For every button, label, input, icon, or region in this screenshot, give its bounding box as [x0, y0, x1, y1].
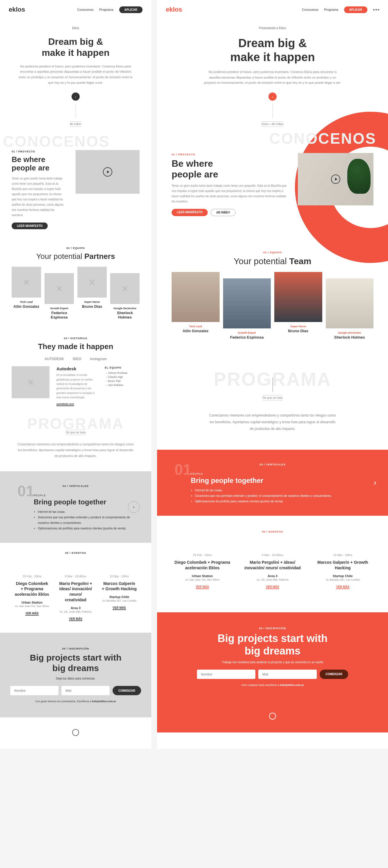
- section-title: Be wherepeople are: [12, 155, 67, 173]
- hero-bracket: Presentando a Eklos: [256, 25, 289, 31]
- event-card: 25 Feb - 19hrs Diego Colombek + Programa…: [172, 554, 233, 589]
- list-item: Chacha Inge: [105, 375, 140, 379]
- section-title: Your potential Partners: [12, 252, 140, 261]
- mail-input[interactable]: [61, 686, 110, 695]
- section-eyebrow: 01 / PROYECTO: [12, 150, 67, 153]
- team-card: ✕Super HeroeBruno Dias: [77, 267, 107, 319]
- brand-logo: IDEO: [73, 357, 81, 361]
- list-item: Johnny Rockstar: [105, 371, 140, 375]
- section-title: Your potential Team: [172, 256, 374, 266]
- story-image: ✕: [12, 366, 50, 398]
- next-arrow[interactable]: ›: [374, 478, 376, 487]
- vertical-number: 01: [174, 461, 191, 478]
- form-subtitle: Trabaja con nosotros para acelerar tu pr…: [174, 660, 370, 664]
- story-title: Autodesk: [57, 366, 98, 371]
- play-icon: [331, 175, 340, 184]
- video-placeholder[interactable]: [76, 150, 140, 194]
- apply-button[interactable]: APLICAR: [344, 6, 367, 13]
- watermark-conocenos: CONOCENOS: [269, 130, 376, 147]
- watermark-conocenos: CONOCENOS: [3, 133, 110, 150]
- list-item: Optimizaciones de portfolio para nuestro…: [195, 499, 370, 504]
- scroll-down-button[interactable]: ↓: [268, 93, 277, 101]
- hero-bracket: Eklos: [69, 25, 82, 31]
- event-more-link[interactable]: VER MÁS: [25, 612, 39, 616]
- section-eyebrow: 02 / EQUIPO: [172, 251, 374, 254]
- list-item: Internet de las cosas.: [38, 509, 134, 515]
- name-input[interactable]: [197, 670, 255, 679]
- prog-desc: Conectamos mentores con emprendedores y …: [18, 441, 134, 459]
- form-note: Ante cualquier duda escribinos a hola@ek…: [174, 684, 370, 686]
- section-desc: Tener un gran sueño toma tanto trabajo c…: [172, 183, 289, 204]
- section-eyebrow: 02 / EQUIPO: [12, 247, 140, 250]
- list-item: Soluciones que nos permitan entender y p…: [195, 493, 370, 499]
- team-card: Super HeroeBruno Dias: [274, 272, 322, 340]
- logo[interactable]: eklos: [9, 6, 25, 13]
- hero-title: Dream big &make it happen: [18, 36, 134, 59]
- section-eyebrow: 06 / INSCRIPCIÓN: [174, 627, 370, 630]
- prog-label: De que se trata: [263, 395, 283, 401]
- brand-logo: Instagram: [90, 357, 107, 361]
- equipo-label: EL EQUIPO: [105, 366, 140, 369]
- prog-desc: Conectamos mentores con emprendedores y …: [208, 412, 336, 432]
- event-more-link[interactable]: VER MÁS: [112, 606, 126, 610]
- team-card: Google DectectiveSherlock Holmes: [326, 278, 374, 340]
- mail-input[interactable]: [258, 670, 317, 679]
- vertical-number: 01: [18, 482, 34, 500]
- footer-logo-icon: [269, 713, 276, 720]
- event-more-link[interactable]: VER MÁS: [336, 585, 350, 589]
- list-item: Soluciones que nos permitan entender y p…: [38, 515, 134, 526]
- vertical-title: Bring people together: [191, 476, 370, 485]
- section-desc: Tener un gran sueño toma tanto trabajo c…: [12, 176, 67, 218]
- event-more-link[interactable]: VER MÁS: [196, 585, 209, 589]
- event-more-link[interactable]: VER MÁS: [69, 617, 82, 621]
- logo[interactable]: eklos: [166, 6, 182, 13]
- prog-label: De que se trata: [66, 430, 86, 435]
- section-eyebrow: 04 / VERTICALES: [63, 485, 89, 488]
- submit-button[interactable]: COMENZAR: [112, 686, 141, 695]
- story-link[interactable]: autodesk.com: [57, 403, 74, 406]
- form-title: Big projects start withbig dreams: [174, 632, 370, 657]
- form-note: Con gusto leemos tus comentarios. Escrib…: [18, 700, 134, 703]
- list-item: Optimizaciones de portfolio para nuestro…: [38, 526, 134, 531]
- section-eyebrow: 06 / INSCRIPCIÓN: [18, 647, 134, 650]
- video-thumbnail[interactable]: [298, 153, 374, 205]
- play-icon: [103, 167, 112, 177]
- name-input[interactable]: [10, 686, 59, 695]
- nav-color: eklos Conocenos Programa APLICAR: [157, 0, 388, 19]
- section-title: Be wherepeople are: [172, 158, 289, 180]
- brand-logo: AUTODESK: [44, 357, 64, 361]
- next-arrow[interactable]: ›: [128, 501, 140, 513]
- story-desc: En la actualidad, el mundo globalizado p…: [57, 373, 98, 400]
- nav-link-programa[interactable]: Programa: [99, 8, 113, 11]
- apply-button[interactable]: APLICAR: [119, 6, 142, 13]
- section-eyebrow: 01 / PROYECTO: [172, 153, 289, 156]
- team-card: Growth ExpertFederico Espinosa: [223, 278, 271, 340]
- vertical-title: Bring people together: [34, 498, 134, 506]
- form-subtitle: Deja tus datos para comenzar.: [18, 677, 134, 680]
- section-eyebrow: 03 / HISTORIAS: [12, 337, 140, 340]
- section-eyebrow: 03 / VERTICALES: [259, 463, 286, 466]
- nav-link-conocenos[interactable]: Conocenos: [302, 8, 319, 11]
- team-card: ✕Google DectectiveSherlock Holmes: [110, 273, 140, 319]
- event-more-link[interactable]: VER MÁS: [266, 585, 279, 589]
- abinbev-button[interactable]: AB INBEV: [211, 209, 235, 216]
- more-menu-icon[interactable]: [373, 9, 379, 10]
- team-card: ✕Tech LeadAilin Gonzalez: [12, 267, 41, 319]
- hero-desc: No podemos predecir el futuro, pero pode…: [203, 69, 342, 86]
- list-item: Alex Robbins: [105, 383, 140, 387]
- mini-ab-label: Ab InBev: [70, 121, 82, 127]
- form-title: Big projects start withbig dreams: [18, 652, 134, 673]
- vertical-label: PEOPLE: [34, 494, 134, 497]
- scroll-down-button[interactable]: ↓: [71, 93, 80, 101]
- vertical-label: PEOPLE: [191, 472, 370, 475]
- manifesto-button[interactable]: LEER MANIFESTO: [12, 222, 48, 229]
- event-card: 10 Mar - 18hrs Marcos Galperín + Growth …: [102, 575, 137, 621]
- mini-ab-label: Eklos + Ab InBev: [261, 121, 284, 127]
- submit-button[interactable]: COMENZAR: [320, 670, 348, 679]
- nav-link-conocenos[interactable]: Conocenos: [77, 8, 94, 11]
- section-title: They made it happen: [12, 342, 140, 351]
- nav-link-programa[interactable]: Programa: [324, 8, 338, 11]
- event-card: 25 Feb - 19hrs Diego Colombek + Programa…: [14, 575, 50, 621]
- manifesto-button[interactable]: LEER MANIFESTO: [172, 209, 208, 216]
- event-card: 8 Mar - 18:45hrs Mario Pergolini + ideas…: [242, 554, 303, 589]
